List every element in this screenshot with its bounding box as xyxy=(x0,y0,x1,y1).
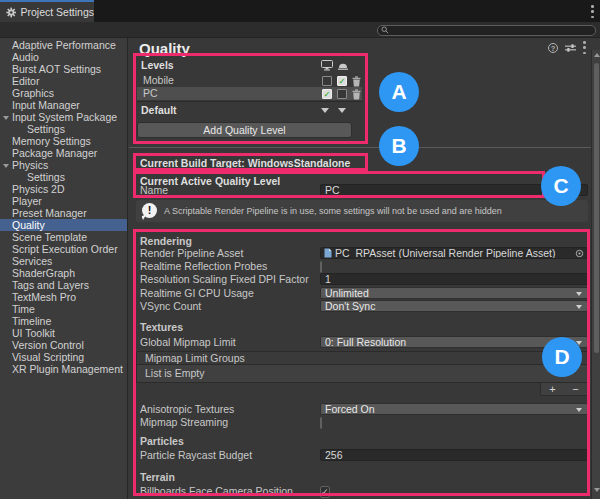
sidebar-item[interactable]: UI Toolkit xyxy=(0,327,127,339)
sidebar-item[interactable]: Package Manager xyxy=(0,147,127,159)
render-pipeline-asset-field[interactable]: PC_RPAsset (Universal Render Pipeline As… xyxy=(320,247,588,259)
sidebar-item[interactable]: Burst AOT Settings xyxy=(0,63,127,75)
sidebar-item[interactable]: Physics 2D xyxy=(0,183,127,195)
particle-raycast-budget-label: Particle Raycast Budget xyxy=(140,449,252,461)
quality-level-row-pc[interactable]: PC xyxy=(137,87,362,100)
desktop-checkbox[interactable] xyxy=(322,76,332,86)
trash-icon[interactable] xyxy=(352,76,361,87)
name-label: Name xyxy=(140,184,168,196)
gear-icon xyxy=(6,7,16,18)
mipmap-limit-groups-empty: List is Empty xyxy=(136,365,588,383)
sidebar-item[interactable]: Settings xyxy=(0,171,127,183)
default-mobile-dropdown-icon[interactable] xyxy=(338,108,346,113)
sidebar-item[interactable]: Script Execution Order xyxy=(0,243,127,255)
vsync-count-dropdown[interactable]: Don't Sync xyxy=(320,300,588,312)
sidebar-item[interactable]: Quality xyxy=(0,219,127,231)
scroll-up-icon[interactable] xyxy=(594,53,600,57)
sidebar-item[interactable]: Input Manager xyxy=(0,99,127,111)
page-title: Quality xyxy=(139,40,190,57)
add-quality-level-button[interactable]: Add Quality Level xyxy=(137,122,352,138)
sidebar-item[interactable]: Graphics xyxy=(0,87,127,99)
list-remove-button[interactable]: − xyxy=(572,384,578,394)
level-name: Mobile xyxy=(137,74,174,86)
sidebar-item[interactable]: Adaptive Performance xyxy=(0,39,127,51)
trash-icon[interactable] xyxy=(352,89,361,100)
rendering-header: Rendering xyxy=(140,235,192,247)
sidebar-item[interactable]: Player xyxy=(0,195,127,207)
sidebar-item[interactable]: Tags and Layers xyxy=(0,279,127,291)
sidebar-item[interactable]: Services xyxy=(0,255,127,267)
desktop-platform-icon xyxy=(321,60,333,71)
search-input[interactable] xyxy=(391,25,581,35)
annotation-badge-b: B xyxy=(379,126,419,166)
sidebar-item[interactable]: Settings xyxy=(0,123,127,135)
anisotropic-textures-dropdown[interactable]: Forced On xyxy=(320,403,588,415)
terrain-header: Terrain xyxy=(140,471,175,483)
warning-icon: ! xyxy=(142,203,157,218)
quality-panel: Quality ? Levels Mobile PC xyxy=(129,38,600,499)
mipmap-streaming-checkbox[interactable] xyxy=(320,417,322,429)
sidebar-item[interactable]: Time xyxy=(0,303,127,315)
search-box[interactable] xyxy=(377,25,596,36)
mipmap-streaming-label: Mipmap Streaming xyxy=(140,416,228,428)
preset-icon[interactable] xyxy=(565,43,576,53)
mipmap-limit-groups-header[interactable]: Mipmap Limit Groups xyxy=(136,351,588,365)
anisotropic-textures-label: Anisotropic Textures xyxy=(140,403,234,415)
vsync-count-label: VSync Count xyxy=(140,300,201,312)
sidebar-item[interactable]: TextMesh Pro xyxy=(0,291,127,303)
sidebar-item[interactable]: Timeline xyxy=(0,315,127,327)
settings-sidebar: Adaptive PerformanceAudioBurst AOT Setti… xyxy=(0,38,128,499)
sidebar-item[interactable]: Visual Scripting xyxy=(0,351,127,363)
default-desktop-dropdown-icon[interactable] xyxy=(321,108,329,113)
tab-bar: Project Settings xyxy=(0,0,600,22)
sidebar-item[interactable]: Physics xyxy=(0,159,127,171)
particle-raycast-budget-field[interactable]: 256 xyxy=(320,449,588,461)
global-mipmap-limit-dropdown[interactable]: 0: Full Resolution xyxy=(320,336,588,348)
list-footer: + − xyxy=(540,383,588,396)
resolution-scaling-dpi-label: Resolution Scaling Fixed DPI Factor xyxy=(140,273,309,285)
sidebar-item[interactable]: Memory Settings xyxy=(0,135,127,147)
section-divider xyxy=(129,147,591,148)
settings-toolbar xyxy=(0,22,600,38)
quality-name-field[interactable]: PC xyxy=(320,184,588,196)
sidebar-item[interactable]: Preset Manager xyxy=(0,207,127,219)
asset-icon xyxy=(324,248,332,258)
scrollbar-thumb[interactable] xyxy=(594,63,599,353)
realtime-reflection-probes-checkbox[interactable] xyxy=(320,261,322,273)
realtime-gi-cpu-label: Realtime GI CPU Usage xyxy=(140,287,254,299)
srp-warning-box: ! A Scriptable Render Pipeline is in use… xyxy=(136,200,588,222)
help-icon[interactable]: ? xyxy=(548,43,558,53)
tab-title: Project Settings xyxy=(20,6,94,18)
realtime-gi-cpu-dropdown[interactable]: Unlimited xyxy=(320,287,588,299)
render-pipeline-asset-label: Render Pipeline Asset xyxy=(140,247,243,259)
sidebar-item[interactable]: Audio xyxy=(0,51,127,63)
object-picker-icon[interactable] xyxy=(575,249,584,258)
vertical-scrollbar[interactable] xyxy=(591,50,600,499)
sidebar-item[interactable]: XR Plugin Management xyxy=(0,363,127,375)
panel-menu-icon[interactable] xyxy=(583,41,586,54)
levels-header: Levels xyxy=(141,59,174,71)
billboards-face-camera-label: Billboards Face Camera Position xyxy=(140,485,293,497)
list-add-button[interactable]: + xyxy=(549,384,555,394)
project-settings-window: Project Settings Adaptive PerformanceAud… xyxy=(0,0,600,499)
sidebar-item[interactable]: ShaderGraph xyxy=(0,267,127,279)
quality-level-row-mobile[interactable]: Mobile xyxy=(137,74,362,87)
sidebar-item[interactable]: Version Control xyxy=(0,339,127,351)
scroll-down-icon[interactable] xyxy=(594,488,600,492)
sidebar-item[interactable]: Editor xyxy=(0,75,127,87)
sidebar-item[interactable]: Scene Template xyxy=(0,231,127,243)
resolution-scaling-dpi-field[interactable]: 1 xyxy=(320,273,588,285)
window-menu-icon[interactable] xyxy=(591,5,594,18)
global-mipmap-limit-label: Global Mipmap Limit xyxy=(140,336,236,348)
tab-project-settings[interactable]: Project Settings xyxy=(0,0,94,22)
billboards-face-camera-checkbox[interactable] xyxy=(320,486,330,498)
particles-header: Particles xyxy=(140,435,184,447)
mobile-checkbox[interactable] xyxy=(337,89,347,99)
mobile-platform-icon xyxy=(337,60,349,71)
default-row-label: Default xyxy=(141,104,177,117)
current-build-target-label: Current Build Target: WindowsStandalone xyxy=(140,157,350,169)
warning-text: A Scriptable Render Pipeline is in use, … xyxy=(164,200,502,222)
sidebar-item[interactable]: Input System Package xyxy=(0,111,127,123)
desktop-checkbox[interactable] xyxy=(322,89,332,99)
mobile-checkbox[interactable] xyxy=(337,76,347,86)
